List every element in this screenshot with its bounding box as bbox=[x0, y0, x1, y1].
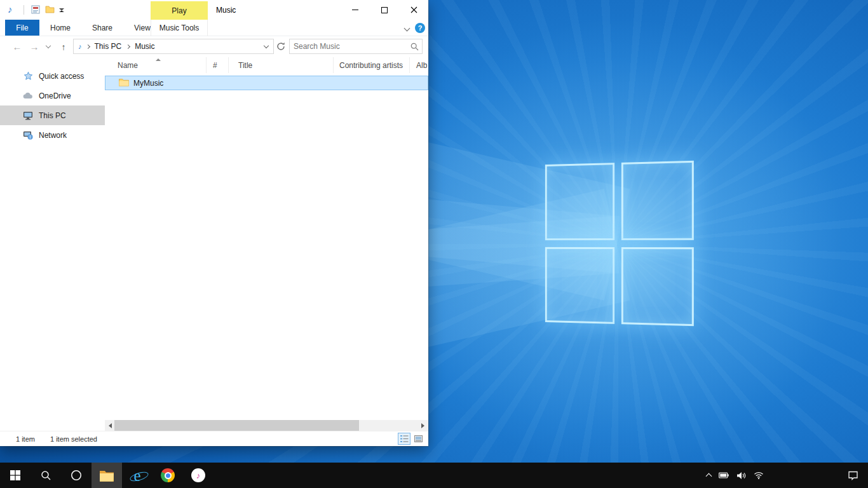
sort-ascending-icon bbox=[156, 58, 161, 61]
close-icon bbox=[410, 6, 417, 13]
sidebar-item-quick-access[interactable]: Quick access bbox=[0, 66, 105, 86]
sidebar-item-label: Network bbox=[39, 131, 67, 140]
action-center-icon bbox=[848, 470, 858, 480]
column-headers: Name # Title Contributing artists Alb bbox=[105, 57, 428, 73]
breadcrumb-chevron-icon bbox=[126, 44, 130, 48]
tab-home[interactable]: Home bbox=[39, 20, 81, 36]
breadcrumb-this-pc[interactable]: This PC bbox=[92, 39, 125, 53]
contextual-group-label: Music Tools bbox=[159, 24, 199, 32]
location-music-icon: ♪ bbox=[78, 43, 82, 50]
help-button[interactable]: ? bbox=[415, 23, 425, 33]
file-list-pane: Name # Title Contributing artists Alb bbox=[105, 57, 428, 431]
ribbon-collapse-chevron-icon[interactable] bbox=[402, 24, 411, 32]
maximize-button[interactable] bbox=[370, 0, 399, 20]
contextual-group-music-tools[interactable]: Music Tools bbox=[151, 20, 208, 36]
this-pc-monitor-icon bbox=[23, 111, 33, 121]
logo-pane bbox=[621, 161, 694, 240]
recent-locations-chevron-icon[interactable] bbox=[43, 36, 53, 57]
column-header-title[interactable]: Title bbox=[229, 57, 334, 73]
search-input[interactable] bbox=[290, 42, 407, 51]
taskbar-search-button[interactable] bbox=[31, 463, 61, 488]
close-button[interactable] bbox=[399, 0, 428, 20]
itunes-icon: ♪ bbox=[191, 468, 205, 482]
address-dropdown-chevron-icon[interactable] bbox=[261, 39, 272, 53]
taskbar-itunes-button[interactable]: ♪ bbox=[183, 463, 214, 488]
view-toggle-buttons bbox=[398, 433, 424, 445]
tab-share[interactable]: Share bbox=[81, 20, 123, 36]
details-view-button[interactable] bbox=[398, 433, 410, 445]
start-button[interactable] bbox=[0, 463, 31, 488]
contextual-tab-label: Play bbox=[172, 6, 186, 15]
sidebar-item-onedrive[interactable]: OneDrive bbox=[0, 86, 105, 105]
action-center-button[interactable] bbox=[837, 463, 868, 488]
refresh-icon bbox=[276, 42, 285, 51]
network-icon bbox=[23, 130, 33, 140]
item-count: 1 item bbox=[16, 435, 35, 443]
horizontal-scrollbar[interactable] bbox=[105, 420, 428, 431]
window-controls bbox=[341, 0, 428, 20]
sidebar-item-this-pc[interactable]: This PC bbox=[0, 105, 105, 125]
ribbon-tab-row: File Home Share View Music Tools ? bbox=[0, 20, 428, 36]
selected-count: 1 item selected bbox=[50, 435, 97, 443]
column-header-name[interactable]: Name bbox=[105, 57, 207, 73]
column-header-contributing-artists[interactable]: Contributing artists bbox=[334, 57, 410, 73]
taskbar-file-explorer-button[interactable] bbox=[92, 463, 122, 488]
scroll-right-arrow-icon[interactable] bbox=[417, 420, 428, 431]
address-bar-row: ← → ↑ ♪ This PC Music bbox=[0, 36, 428, 57]
back-button[interactable]: ← bbox=[9, 36, 25, 57]
logo-pane bbox=[545, 247, 614, 323]
sidebar-item-label: This PC bbox=[39, 111, 66, 120]
file-row-mymusic[interactable]: MyMusic bbox=[105, 76, 428, 90]
maximize-icon bbox=[381, 7, 388, 13]
file-name: MyMusic bbox=[133, 79, 163, 88]
file-explorer-window: ♪ Play Music File Home Share View Music … bbox=[0, 0, 428, 446]
sidebar-item-label: OneDrive bbox=[39, 92, 71, 100]
minimize-button[interactable] bbox=[341, 0, 370, 20]
tab-file[interactable]: File bbox=[5, 20, 39, 36]
taskbar: e ♪ bbox=[0, 463, 868, 488]
taskbar-internet-explorer-button[interactable]: e bbox=[122, 463, 153, 488]
battery-icon[interactable] bbox=[719, 472, 729, 478]
forward-button[interactable]: → bbox=[27, 36, 42, 57]
search-box bbox=[289, 39, 423, 54]
quick-access-star-icon bbox=[23, 71, 33, 81]
status-bar: 1 item 1 item selected bbox=[0, 431, 428, 446]
breadcrumb-music[interactable]: Music bbox=[132, 39, 158, 53]
logo-pane bbox=[545, 163, 614, 240]
address-bar[interactable]: ♪ This PC Music bbox=[73, 39, 274, 54]
column-header-album[interactable]: Alb bbox=[410, 57, 428, 73]
qat-new-folder-icon[interactable] bbox=[45, 5, 55, 15]
taskbar-chrome-button[interactable] bbox=[153, 463, 183, 488]
column-header-number[interactable]: # bbox=[207, 57, 229, 73]
contextual-tab-play[interactable]: Play bbox=[151, 1, 208, 20]
chrome-icon bbox=[161, 468, 175, 482]
scrollbar-thumb[interactable] bbox=[114, 420, 359, 431]
column-label: Name bbox=[118, 61, 138, 70]
refresh-button[interactable] bbox=[276, 42, 286, 52]
explorer-main: Quick access OneDrive This PC Network bbox=[0, 57, 428, 431]
cortana-icon bbox=[71, 470, 82, 481]
cortana-button[interactable] bbox=[61, 463, 92, 488]
show-hidden-icons-chevron-icon[interactable] bbox=[707, 472, 711, 478]
column-label: Contributing artists bbox=[339, 61, 403, 70]
details-view-icon bbox=[400, 435, 409, 442]
thumbnail-view-icon bbox=[414, 435, 423, 442]
search-icon[interactable] bbox=[407, 43, 422, 51]
qat-properties-icon[interactable] bbox=[31, 5, 40, 16]
folder-icon bbox=[119, 78, 129, 88]
windows-start-icon bbox=[10, 470, 20, 480]
thumbnail-view-button[interactable] bbox=[412, 433, 424, 445]
title-bar: ♪ Play Music bbox=[0, 0, 428, 20]
sidebar-item-label: Quick access bbox=[39, 72, 84, 81]
music-app-icon: ♪ bbox=[8, 4, 13, 14]
onedrive-cloud-icon bbox=[23, 91, 33, 101]
up-button[interactable]: ↑ bbox=[56, 36, 71, 57]
column-label: # bbox=[213, 61, 217, 70]
windows-logo-wallpaper bbox=[545, 161, 694, 326]
window-title: Music bbox=[216, 6, 236, 15]
system-tray bbox=[707, 463, 764, 488]
qat-customize-chevron-icon[interactable] bbox=[59, 8, 64, 12]
wifi-icon[interactable] bbox=[754, 471, 764, 479]
sidebar-item-network[interactable]: Network bbox=[0, 125, 105, 145]
volume-icon[interactable] bbox=[736, 471, 746, 480]
